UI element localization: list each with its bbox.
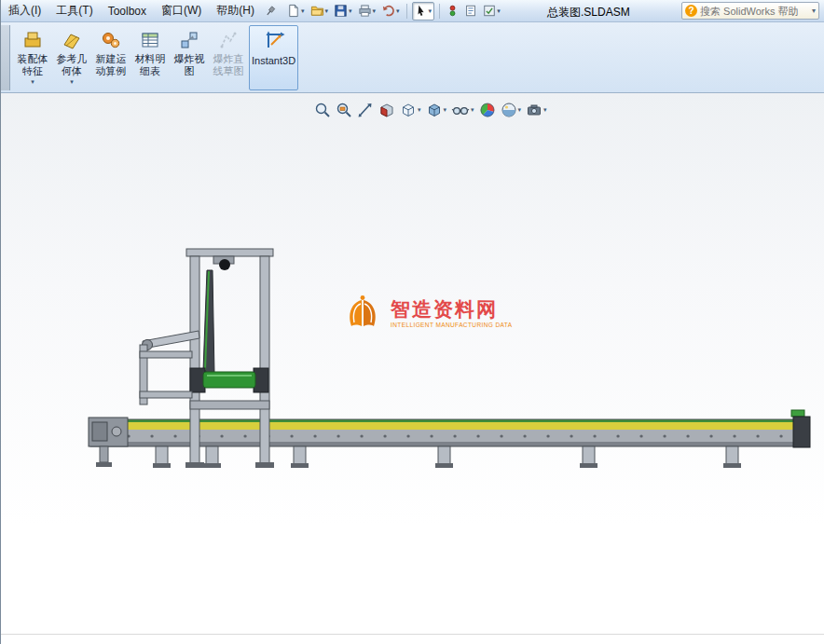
menu-window[interactable]: 窗口(W) (154, 1, 209, 21)
rebuild-button[interactable] (445, 2, 460, 21)
apply-scene-button[interactable]: ▾ (501, 102, 522, 118)
watermark: 智造资料网 INTELLIGENT MANUFACTURING DATA (342, 295, 512, 332)
toolbar-separator (406, 4, 407, 19)
save-button[interactable]: ▾ (332, 2, 354, 21)
new-document-button[interactable]: ▾ (284, 2, 307, 21)
section-view-icon (378, 102, 395, 118)
instant3d-button[interactable]: Instant3D (249, 25, 298, 90)
assembly-features-label: 装配体特征 (17, 53, 48, 77)
bill-of-materials-button[interactable]: 材料明细表 (131, 25, 169, 90)
view-orientation-button[interactable]: ▾ (400, 102, 421, 118)
search-dropdown-icon[interactable]: ▾ (812, 7, 816, 15)
motion-study-icon (101, 29, 121, 51)
menu-tools[interactable]: 工具(T) (48, 1, 100, 21)
print-icon (358, 4, 372, 18)
menu-pin-button[interactable] (264, 5, 277, 18)
view-orientation-icon (400, 102, 417, 118)
zoom-in-out-icon (357, 102, 374, 118)
new-motion-study-label: 新建运动算例 (95, 53, 127, 77)
conveyor-legs[interactable] (153, 446, 741, 468)
watermark-title: 智造资料网 (391, 298, 512, 321)
graphics-area[interactable]: ▾ ▾ ▾ (1, 93, 824, 634)
edit-appearance-button[interactable] (479, 102, 496, 118)
explode-line-sketch-button[interactable]: 爆炸直线草图 (210, 25, 247, 90)
explode-line-sketch-icon (218, 29, 239, 51)
conveyor-end-cap[interactable] (791, 410, 810, 447)
toolbar-separator (439, 4, 440, 19)
bill-of-materials-label: 材料明细表 (134, 53, 166, 77)
apply-scene-icon (501, 102, 517, 118)
assembly-model[interactable] (1, 93, 824, 634)
assembly-features-icon (22, 29, 43, 51)
watermark-book-icon (342, 295, 383, 332)
open-folder-icon (310, 4, 324, 18)
view-settings-button[interactable]: ▾ (526, 102, 547, 118)
zoom-fit-icon (314, 102, 331, 118)
view-settings-camera-icon (526, 102, 542, 118)
heads-up-toolbar: ▾ ▾ ▾ (314, 100, 547, 120)
file-properties-icon (464, 4, 477, 18)
display-style-button[interactable]: ▾ (426, 102, 447, 118)
zoom-to-area-icon (336, 102, 352, 118)
dropdown-caret-icon: ▾ (70, 78, 74, 86)
explode-line-sketch-label: 爆炸直线草图 (213, 53, 244, 77)
help-question-icon: ? (685, 5, 697, 17)
hide-show-items-button[interactable]: ▾ (451, 102, 474, 118)
reference-geometry-icon (62, 29, 82, 51)
undo-icon (381, 4, 395, 18)
options-icon (483, 4, 496, 18)
reference-geometry-label: 参考几何体 (56, 53, 88, 77)
instant3d-icon (262, 29, 286, 51)
bill-of-materials-icon (140, 29, 160, 51)
new-motion-study-button[interactable]: 新建运动算例 (92, 25, 130, 90)
file-properties-button[interactable] (462, 2, 479, 21)
save-icon (334, 4, 348, 18)
section-view-button[interactable] (378, 102, 395, 118)
open-button[interactable]: ▾ (309, 2, 331, 21)
exploded-view-icon (179, 29, 199, 51)
status-bar (1, 634, 824, 644)
document-title: 总装图.SLDASM (547, 5, 630, 21)
conveyor-drive-end[interactable] (89, 418, 128, 467)
edit-appearance-icon (479, 102, 496, 118)
rebuild-traffic-light-icon (446, 4, 459, 18)
menu-help[interactable]: 帮助(H) (209, 1, 262, 21)
zoom-fit-button[interactable] (314, 102, 331, 118)
zoom-in-out-button[interactable] (357, 102, 374, 118)
options-button[interactable]: ▾ (481, 2, 502, 21)
hide-show-items-icon (451, 102, 470, 118)
watermark-subtitle: INTELLIGENT MANUFACTURING DATA (391, 322, 512, 328)
menu-bar: 插入(I) 工具(T) Toolbox 窗口(W) 帮助(H) ▾ (1, 0, 824, 22)
undo-button[interactable]: ▾ (379, 2, 402, 21)
exploded-view-label: 爆炸视图 (173, 53, 205, 77)
exploded-view-button[interactable]: 爆炸视图 (171, 25, 208, 90)
instant3d-label: Instant3D (252, 55, 295, 67)
help-search-input[interactable] (700, 6, 803, 17)
new-document-icon (286, 4, 300, 18)
solidworks-window: 插入(I) 工具(T) Toolbox 窗口(W) 帮助(H) ▾ (0, 0, 824, 644)
quick-access-toolbar: ▾ ▾ ▾ ▾ (284, 2, 502, 21)
assembly-features-button[interactable]: 装配体特征 ▾ (14, 25, 51, 90)
dropdown-caret-icon: ▾ (31, 78, 34, 86)
help-search-box[interactable]: ? ▾ (681, 2, 819, 20)
partial-clipped-button[interactable] (1, 25, 10, 90)
select-arrow-icon (415, 4, 428, 18)
select-tool-button[interactable]: ▾ (412, 2, 435, 21)
zoom-to-area-button[interactable] (336, 102, 352, 118)
reference-geometry-button[interactable]: 参考几何体 ▾ (53, 25, 90, 90)
menu-toolbox[interactable]: Toolbox (101, 1, 154, 21)
print-button[interactable]: ▾ (356, 2, 378, 21)
command-manager: 装配体特征 ▾ 参考几何体 ▾ 新建运动算例 (1, 22, 824, 93)
pushpin-icon (264, 5, 277, 18)
display-style-icon (426, 102, 443, 118)
menu-insert[interactable]: 插入(I) (1, 1, 48, 21)
